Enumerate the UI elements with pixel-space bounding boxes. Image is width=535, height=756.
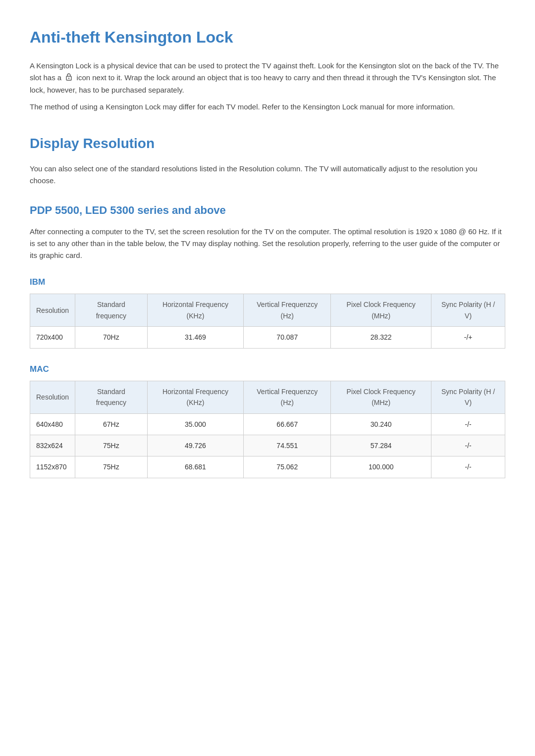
ibm-col-sync-polarity: Sync Polarity (H / V) xyxy=(431,294,505,327)
antitheft-para1: A Kensington Lock is a physical device t… xyxy=(30,60,505,96)
table-cell-v_freq: 70.087 xyxy=(244,327,331,348)
mac-col-h-freq: Horizontal Frequency (KHz) xyxy=(147,381,244,413)
ibm-col-v-freq: Vertical Frequenzcy (Hz) xyxy=(244,294,331,327)
ibm-col-h-freq: Horizontal Frequency (KHz) xyxy=(147,294,244,327)
lock-icon xyxy=(65,72,73,84)
table-row: 1152x87075Hz68.68175.062100.000-/- xyxy=(30,456,505,478)
svg-point-1 xyxy=(68,78,69,79)
mac-col-resolution: Resolution xyxy=(30,381,75,413)
antitheft-para1-text2: icon next to it. Wrap the lock around an… xyxy=(30,73,496,94)
ibm-table: Resolution Standard frequency Horizontal… xyxy=(30,294,505,348)
table-cell-sync_polarity: -/- xyxy=(431,413,505,435)
table-cell-sync_polarity: -/+ xyxy=(431,327,505,348)
mac-col-sync-polarity: Sync Polarity (H / V) xyxy=(431,381,505,413)
table-cell-v_freq: 66.667 xyxy=(244,413,331,435)
table-cell-h_freq: 35.000 xyxy=(147,413,244,435)
table-cell-pixel_clock: 57.284 xyxy=(331,435,431,456)
table-cell-resolution: 640x480 xyxy=(30,413,75,435)
table-cell-h_freq: 68.681 xyxy=(147,456,244,478)
section-title-antitheft: Anti-theft Kensington Lock xyxy=(30,25,505,50)
mac-col-v-freq: Vertical Frequenzcy (Hz) xyxy=(244,381,331,413)
table-row: 640x48067Hz35.00066.66730.240-/- xyxy=(30,413,505,435)
mac-section-label: MAC xyxy=(30,362,505,376)
table-cell-h_freq: 31.469 xyxy=(147,327,244,348)
table-cell-std_freq: 75Hz xyxy=(75,435,147,456)
table-cell-pixel_clock: 30.240 xyxy=(331,413,431,435)
mac-col-std-freq: Standard frequency xyxy=(75,381,147,413)
table-cell-std_freq: 75Hz xyxy=(75,456,147,478)
table-row: 720x40070Hz31.46970.08728.322-/+ xyxy=(30,327,505,348)
ibm-col-std-freq: Standard frequency xyxy=(75,294,147,327)
mac-col-pixel-clock: Pixel Clock Frequency (MHz) xyxy=(331,381,431,413)
table-cell-resolution: 832x624 xyxy=(30,435,75,456)
table-cell-resolution: 720x400 xyxy=(30,327,75,348)
table-cell-sync_polarity: -/- xyxy=(431,456,505,478)
table-cell-resolution: 1152x870 xyxy=(30,456,75,478)
section-title-display-resolution: Display Resolution xyxy=(30,133,505,155)
table-cell-std_freq: 67Hz xyxy=(75,413,147,435)
antitheft-para2: The method of using a Kensington Lock ma… xyxy=(30,101,505,113)
table-cell-std_freq: 70Hz xyxy=(75,327,147,348)
ibm-section-label: IBM xyxy=(30,275,505,289)
table-cell-v_freq: 74.551 xyxy=(244,435,331,456)
table-row: 832x62475Hz49.72674.55157.284-/- xyxy=(30,435,505,456)
display-resolution-para: You can also select one of the standard … xyxy=(30,163,505,187)
pdp-para: After connecting a computer to the TV, s… xyxy=(30,226,505,261)
table-cell-h_freq: 49.726 xyxy=(147,435,244,456)
table-cell-pixel_clock: 28.322 xyxy=(331,327,431,348)
mac-table: Resolution Standard frequency Horizontal… xyxy=(30,381,505,478)
ibm-col-resolution: Resolution xyxy=(30,294,75,327)
ibm-col-pixel-clock: Pixel Clock Frequency (MHz) xyxy=(331,294,431,327)
table-cell-v_freq: 75.062 xyxy=(244,456,331,478)
table-cell-pixel_clock: 100.000 xyxy=(331,456,431,478)
subsection-title-pdp: PDP 5500, LED 5300 series and above xyxy=(30,202,505,219)
table-cell-sync_polarity: -/- xyxy=(431,435,505,456)
